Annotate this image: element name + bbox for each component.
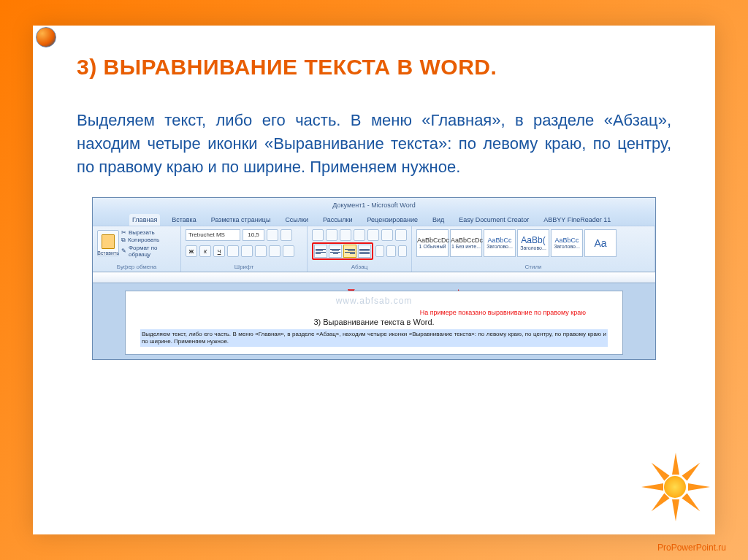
style-heading1[interactable]: AaBbCcЗаголово... (484, 229, 516, 257)
borders-button[interactable] (398, 245, 407, 257)
font-group: Trebuchet MS 10,5 ж к ч Шрифт (181, 226, 308, 272)
grow-font-button[interactable] (267, 229, 278, 241)
font-size-selector[interactable]: 10,5 (243, 229, 264, 241)
indent-dec-button[interactable] (354, 229, 365, 241)
alignment-buttons-highlighted (312, 242, 373, 260)
superscript-button[interactable] (255, 245, 267, 257)
copy-label: Копировать (128, 237, 159, 243)
shrink-font-button[interactable] (280, 229, 292, 241)
style-normal[interactable]: AaBbCcDc1 Обычный (416, 229, 449, 257)
office-button-icon[interactable] (36, 27, 56, 47)
window-title: Документ1 - Microsoft Word (332, 202, 415, 209)
align-right-button[interactable] (343, 245, 356, 258)
ribbon-tabs: Главная Вставка Разметка страницы Ссылки… (93, 212, 655, 226)
tab-references[interactable]: Ссылки (282, 214, 311, 226)
slide: 3) ВЫРАВНИВАНИЕ ТЕКСТА В WORD. Выделяем … (33, 26, 715, 534)
tab-abbyy[interactable]: ABBYY FineReader 11 (541, 214, 614, 226)
clipboard-group: Вставить ✂Вырезать ⧉Копировать ✎Формат п… (93, 226, 181, 272)
cut-label: Вырезать (129, 229, 155, 236)
window-titlebar: Документ1 - Microsoft Word (93, 198, 655, 212)
slide-title: 3) ВЫРАВНИВАНИЕ ТЕКСТА В WORD. (77, 55, 671, 80)
align-left-button[interactable] (314, 245, 327, 258)
font-name-selector[interactable]: Trebuchet MS (186, 229, 240, 241)
font-color-button[interactable] (283, 245, 294, 257)
styles-group-label: Стили (416, 264, 650, 270)
shading-button[interactable] (386, 245, 395, 257)
align-justify-button[interactable] (358, 245, 371, 258)
ribbon: Вставить ✂Вырезать ⧉Копировать ✎Формат п… (93, 226, 655, 272)
document-area: www.abfsab.com На примере показано вырав… (93, 283, 655, 360)
tab-mailings[interactable]: Рассылки (320, 214, 355, 226)
indent-inc-button[interactable] (367, 229, 379, 241)
copy-button[interactable]: ⧉Копировать (121, 237, 176, 244)
paste-label: Вставить (97, 250, 119, 256)
subscript-button[interactable] (241, 245, 253, 257)
line-spacing-button[interactable] (375, 245, 384, 257)
cut-button[interactable]: ✂Вырезать (121, 229, 176, 236)
highlight-button[interactable] (269, 245, 280, 257)
style-heading2[interactable]: AaBb(Заголово... (517, 229, 549, 257)
doc-paragraph-selected: Выделяем текст, либо его часть. В меню «… (140, 329, 608, 348)
slide-body-text: Выделяем текст, либо его часть. В меню «… (77, 109, 671, 179)
word-screenshot: Документ1 - Microsoft Word Главная Встав… (92, 197, 656, 361)
tab-home[interactable]: Главная (129, 214, 160, 226)
bullets-button[interactable] (312, 229, 324, 241)
numbering-button[interactable] (326, 229, 337, 241)
underline-button[interactable]: ч (213, 245, 225, 257)
watermark-text: www.abfsab.com (140, 296, 608, 306)
footer-credit: ProPowerPoint.ru (657, 542, 726, 553)
format-painter-label: Формат по образцу (129, 245, 176, 258)
format-painter-button[interactable]: ✎Формат по образцу (121, 245, 176, 258)
styles-group: AaBbCcDc1 Обычный AaBbCcDc1 Без инте... … (412, 226, 655, 272)
sort-button[interactable] (381, 229, 393, 241)
annotation-callout: На примере показано выравнивание по прав… (140, 309, 608, 316)
italic-button[interactable]: к (199, 245, 211, 257)
sun-logo-icon (642, 454, 708, 520)
style-nospacing[interactable]: AaBbCcDc1 Без инте... (450, 229, 482, 257)
paragraph-group-label: Абзац (312, 264, 407, 270)
tab-insert[interactable]: Вставка (169, 214, 199, 226)
ruler[interactable] (93, 272, 655, 283)
paste-button[interactable]: Вставить (97, 230, 119, 256)
style-heading3[interactable]: AaBbCcЗаголово... (551, 229, 583, 257)
show-marks-button[interactable] (395, 229, 407, 241)
align-center-button[interactable] (329, 245, 342, 258)
font-group-label: Шрифт (186, 264, 302, 270)
multilevel-button[interactable] (340, 229, 351, 241)
style-heading4[interactable]: Aa (584, 229, 617, 257)
paragraph-group: Абзац (308, 226, 412, 272)
bold-button[interactable]: ж (186, 245, 197, 257)
paste-icon (102, 234, 115, 249)
doc-heading: 3) Выравнивание текста в Word. (140, 318, 608, 326)
tab-view[interactable]: Вид (430, 214, 447, 226)
page[interactable]: www.abfsab.com На примере показано вырав… (125, 291, 623, 356)
tab-pagelayout[interactable]: Разметка страницы (208, 214, 274, 226)
clipboard-group-label: Буфер обмена (97, 264, 176, 270)
tab-easydoc[interactable]: Easy Document Creator (456, 214, 532, 226)
tab-review[interactable]: Рецензирование (364, 214, 421, 226)
strike-button[interactable] (227, 245, 239, 257)
